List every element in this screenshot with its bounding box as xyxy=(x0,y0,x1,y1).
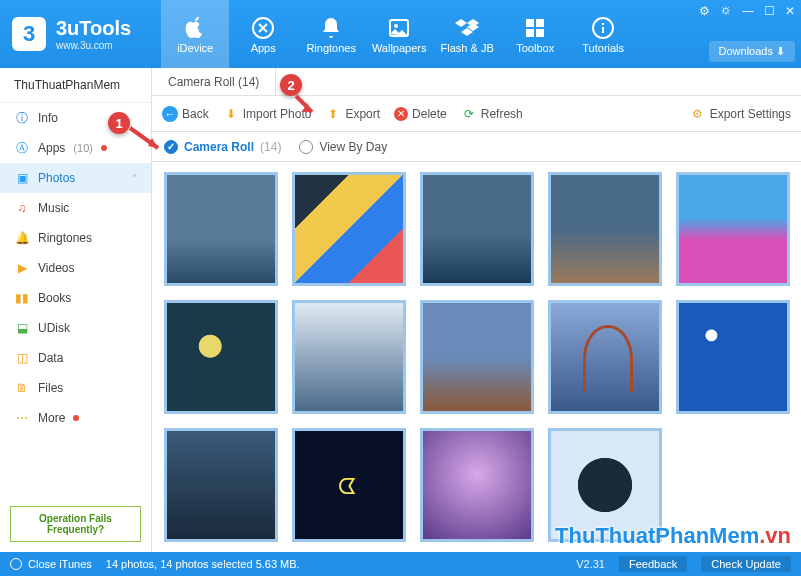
apps-icon: Ⓐ xyxy=(14,140,30,156)
back-icon: ← xyxy=(162,106,178,122)
sidebar-item-videos[interactable]: ▶ Videos xyxy=(0,253,151,283)
view-camera-roll[interactable]: Camera Roll (14) xyxy=(164,140,281,154)
export-button[interactable]: ⬆ Export xyxy=(325,106,380,122)
app-logo: 3 xyxy=(12,17,46,51)
sidebar-item-count: (10) xyxy=(73,142,93,154)
sidebar-item-label: Music xyxy=(38,201,69,215)
sidebar-item-label: Data xyxy=(38,351,63,365)
close-itunes-button[interactable]: Close iTunes xyxy=(10,558,92,570)
sidebar-item-label: More xyxy=(38,411,65,425)
tab-camera-roll[interactable]: Camera Roll (14) xyxy=(152,68,276,95)
nav-wallpapers[interactable]: Wallpapers xyxy=(365,0,433,68)
sidebar-item-info[interactable]: ⓘ Info xyxy=(0,103,151,133)
bell-icon xyxy=(317,14,345,42)
maximize-button[interactable]: ☐ xyxy=(764,4,775,18)
music-icon: ♫ xyxy=(14,200,30,216)
sidebar-item-more[interactable]: ⋯ More xyxy=(0,403,151,433)
faq-link[interactable]: Operation Fails Frequently? xyxy=(10,506,141,542)
sidebar-item-label: Books xyxy=(38,291,71,305)
app-name: 3uTools xyxy=(56,17,131,40)
book-icon: ▮▮ xyxy=(14,290,30,306)
bell-icon: 🔔 xyxy=(14,230,30,246)
nav-flash-jb[interactable]: Flash & JB xyxy=(433,0,501,68)
sidebar-item-label: Info xyxy=(38,111,58,125)
sidebar-item-udisk[interactable]: ⬓ UDisk xyxy=(0,313,151,343)
sidebar-item-photos[interactable]: ▣ Photos ˅ xyxy=(0,163,151,193)
nav-toolbox[interactable]: Toolbox xyxy=(501,0,569,68)
photo-thumbnail[interactable] xyxy=(548,428,662,542)
photo-thumbnail[interactable] xyxy=(292,300,406,414)
version-label: V2.31 xyxy=(576,558,605,570)
nav-ringtones[interactable]: Ringtones xyxy=(297,0,365,68)
nav-label: Toolbox xyxy=(516,42,554,54)
data-icon: ◫ xyxy=(14,350,30,366)
photo-grid xyxy=(152,162,801,552)
photo-thumbnail[interactable] xyxy=(292,172,406,286)
sidebar-item-ringtones[interactable]: 🔔 Ringtones xyxy=(0,223,151,253)
status-text: 14 photos, 14 photos selected 5.63 MB. xyxy=(106,558,562,570)
device-name: ThuThuatPhanMem xyxy=(0,68,151,103)
toolbar: ← Back ⬇ Import Photo ⬆ Export ✕ Delete … xyxy=(152,96,801,132)
check-update-button[interactable]: Check Update xyxy=(701,556,791,572)
photo-thumbnail[interactable] xyxy=(548,172,662,286)
gear-icon[interactable]: ⛭ xyxy=(720,4,732,18)
nav-label: Tutorials xyxy=(582,42,624,54)
apple-icon xyxy=(181,14,209,42)
nav-apps[interactable]: Apps xyxy=(229,0,297,68)
toolbox-icon xyxy=(521,14,549,42)
info-circle-icon xyxy=(589,14,617,42)
downloads-button[interactable]: Downloads ⬇ xyxy=(709,41,795,62)
photo-thumbnail[interactable] xyxy=(676,300,790,414)
export-icon: ⬆ xyxy=(325,106,341,122)
window-controls: ⚙ ⛭ — ☐ ✕ xyxy=(699,4,795,18)
view-by-day[interactable]: View By Day xyxy=(299,140,387,154)
sidebar: ThuThuatPhanMem ⓘ Info Ⓐ Apps (10) ▣ Pho… xyxy=(0,68,152,552)
sidebar-item-books[interactable]: ▮▮ Books xyxy=(0,283,151,313)
settings-icon[interactable]: ⚙ xyxy=(699,4,710,18)
photos-icon: ▣ xyxy=(14,170,30,186)
sidebar-item-files[interactable]: 🗎 Files xyxy=(0,373,151,403)
import-photo-button[interactable]: ⬇ Import Photo xyxy=(223,106,312,122)
nav-label: Wallpapers xyxy=(372,42,427,54)
photo-thumbnail[interactable] xyxy=(164,172,278,286)
notification-dot-icon xyxy=(73,415,79,421)
app-site: www.3u.com xyxy=(56,40,131,51)
photo-thumbnail[interactable] xyxy=(420,428,534,542)
chevron-down-icon: ˅ xyxy=(132,173,137,184)
notification-dot-icon xyxy=(101,145,107,151)
titlebar: 3 3uTools www.3u.com iDevice Apps Ringto… xyxy=(0,0,801,68)
sidebar-item-label: UDisk xyxy=(38,321,70,335)
photo-thumbnail[interactable] xyxy=(676,172,790,286)
top-nav: iDevice Apps Ringtones Wallpapers Flash … xyxy=(161,0,637,68)
sidebar-item-label: Photos xyxy=(38,171,75,185)
nav-tutorials[interactable]: Tutorials xyxy=(569,0,637,68)
brand-block: 3uTools www.3u.com xyxy=(56,17,131,51)
svg-rect-6 xyxy=(536,29,544,37)
photo-thumbnail[interactable] xyxy=(292,428,406,542)
refresh-button[interactable]: ⟳ Refresh xyxy=(461,106,523,122)
photo-thumbnail[interactable] xyxy=(164,300,278,414)
view-bar: Camera Roll (14) View By Day xyxy=(152,132,801,162)
image-icon xyxy=(385,14,413,42)
sidebar-item-music[interactable]: ♫ Music xyxy=(0,193,151,223)
radio-unchecked-icon xyxy=(299,140,313,154)
photo-thumbnail[interactable] xyxy=(548,300,662,414)
sidebar-item-data[interactable]: ◫ Data xyxy=(0,343,151,373)
nav-label: Flash & JB xyxy=(441,42,494,54)
photo-thumbnail[interactable] xyxy=(420,172,534,286)
sidebar-item-label: Apps xyxy=(38,141,65,155)
nav-idevice[interactable]: iDevice xyxy=(161,0,229,68)
feedback-button[interactable]: Feedback xyxy=(619,556,687,572)
sidebar-item-apps[interactable]: Ⓐ Apps (10) xyxy=(0,133,151,163)
files-icon: 🗎 xyxy=(14,380,30,396)
back-button[interactable]: ← Back xyxy=(162,106,209,122)
minimize-button[interactable]: — xyxy=(742,4,754,18)
close-button[interactable]: ✕ xyxy=(785,4,795,18)
more-icon: ⋯ xyxy=(14,410,30,426)
export-settings-button[interactable]: ⚙ Export Settings xyxy=(690,106,791,122)
photo-thumbnail[interactable] xyxy=(164,428,278,542)
photo-thumbnail[interactable] xyxy=(420,300,534,414)
info-icon: ⓘ xyxy=(14,110,30,126)
delete-button[interactable]: ✕ Delete xyxy=(394,107,447,121)
video-icon: ▶ xyxy=(14,260,30,276)
